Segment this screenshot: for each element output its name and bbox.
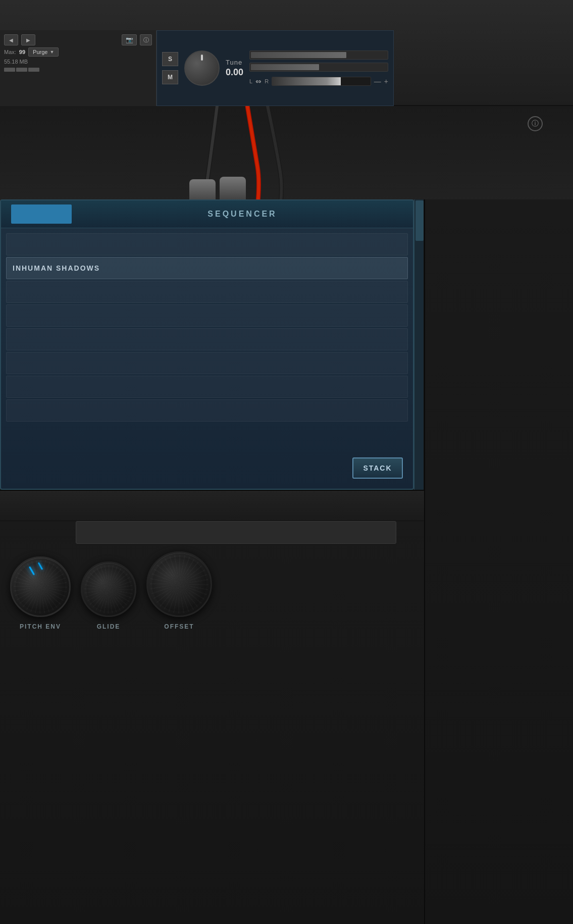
tune-slider-2[interactable] <box>249 63 388 72</box>
seq-item-4[interactable] <box>6 328 408 350</box>
tune-label: Tune <box>226 59 243 66</box>
l-label: L <box>249 78 252 84</box>
cables-area: ⓘ <box>0 106 573 207</box>
mini-bar-3 <box>28 68 39 72</box>
seq-list: INHUMAN SHADOWS <box>1 228 413 427</box>
nav-prev-button[interactable]: ◀ <box>4 34 18 45</box>
volume-slider[interactable] <box>272 77 371 86</box>
pitch-env-label: PITCH ENV <box>20 623 61 630</box>
top-row1: ◀ ▶ 📷 ⓘ <box>4 34 152 45</box>
minus-button[interactable]: — <box>374 77 381 85</box>
glide-group: GLIDE <box>81 561 136 630</box>
pitch-env-group: PITCH ENV <box>10 556 71 630</box>
max-value: 99 <box>19 49 25 55</box>
lr-section: L ⇔ R — + <box>249 77 388 86</box>
max-label: Max: <box>4 49 16 55</box>
seq-item-0[interactable] <box>6 233 408 255</box>
display-bar <box>76 521 396 544</box>
glide-knob[interactable] <box>81 561 136 617</box>
volume-fill <box>272 77 341 85</box>
tune-value: 0.00 <box>226 67 243 78</box>
mini-bar-1 <box>4 68 15 72</box>
sequencer-header: SEQUENCER <box>1 200 413 228</box>
top-bar: ◀ ▶ 📷 ⓘ Max: 99 Purge ▼ 55.18 MB S M <box>0 0 573 106</box>
seq-item-5[interactable] <box>6 352 408 374</box>
side-panel-right <box>424 199 573 924</box>
tune-slider-fill-1 <box>251 52 346 58</box>
pitch-env-knob[interactable] <box>10 556 71 617</box>
mini-bar-2 <box>16 68 27 72</box>
nav-next-button[interactable]: ▶ <box>21 34 35 45</box>
plus-button[interactable]: + <box>384 77 388 85</box>
top-row3: 55.18 MB <box>4 59 152 65</box>
purge-label: Purge <box>33 49 47 55</box>
glide-texture <box>86 567 131 611</box>
mb-label: 55.18 MB <box>4 59 28 65</box>
center-arrows-icon: ⇔ <box>255 77 262 85</box>
offset-group: OFFSET <box>146 551 212 630</box>
sm-buttons: S M <box>162 52 178 84</box>
cables-svg <box>0 106 573 207</box>
tune-info: Tune 0.00 <box>226 59 243 78</box>
camera-button[interactable]: 📷 <box>122 34 137 45</box>
scroll-thumb[interactable] <box>415 200 424 241</box>
tune-knob[interactable] <box>184 50 220 86</box>
sequencer-title: SEQUENCER <box>82 210 403 219</box>
purge-dropdown-icon: ▼ <box>49 49 54 55</box>
top-row2: Max: 99 Purge ▼ <box>4 47 152 57</box>
tune-section: S M Tune 0.00 L ⇔ R — + <box>157 30 394 106</box>
right-scrollbar[interactable] <box>414 199 424 490</box>
svg-line-0 <box>30 567 34 574</box>
mini-bars <box>4 68 152 72</box>
tune-slider-fill-2 <box>251 64 319 70</box>
seq-item-1[interactable]: INHUMAN SHADOWS <box>6 257 408 279</box>
seq-item-7[interactable] <box>6 399 408 422</box>
pitch-env-indicator-svg <box>12 558 72 619</box>
offset-label: OFFSET <box>164 623 194 630</box>
info-icon-circle[interactable]: ⓘ <box>528 116 543 131</box>
seq-item-3[interactable] <box>6 304 408 327</box>
glide-label: GLIDE <box>97 623 121 630</box>
r-label: R <box>265 78 269 84</box>
tune-sliders: L ⇔ R — + <box>249 50 388 86</box>
top-controls: ◀ ▶ 📷 ⓘ Max: 99 Purge ▼ 55.18 MB <box>0 30 157 106</box>
info-circle-icon: ⓘ <box>532 119 539 128</box>
seq-item-6[interactable] <box>6 376 408 398</box>
tune-slider-1[interactable] <box>249 50 388 60</box>
seq-item-label-1: INHUMAN SHADOWS <box>13 264 100 272</box>
offset-texture <box>152 557 206 611</box>
offset-knob[interactable] <box>146 551 212 617</box>
knobs-section: PITCH ENV GLIDE OFFSET <box>0 551 263 630</box>
info-button[interactable]: ⓘ <box>140 34 152 45</box>
seq-item-2[interactable] <box>6 281 408 303</box>
blue-tab[interactable] <box>11 204 72 224</box>
stack-button[interactable]: STACK <box>352 457 403 479</box>
m-button[interactable]: M <box>162 70 178 84</box>
sequencer-panel: SEQUENCER INHUMAN SHADOWS STACK <box>0 199 414 490</box>
s-button[interactable]: S <box>162 52 178 66</box>
purge-button[interactable]: Purge ▼ <box>28 47 59 57</box>
